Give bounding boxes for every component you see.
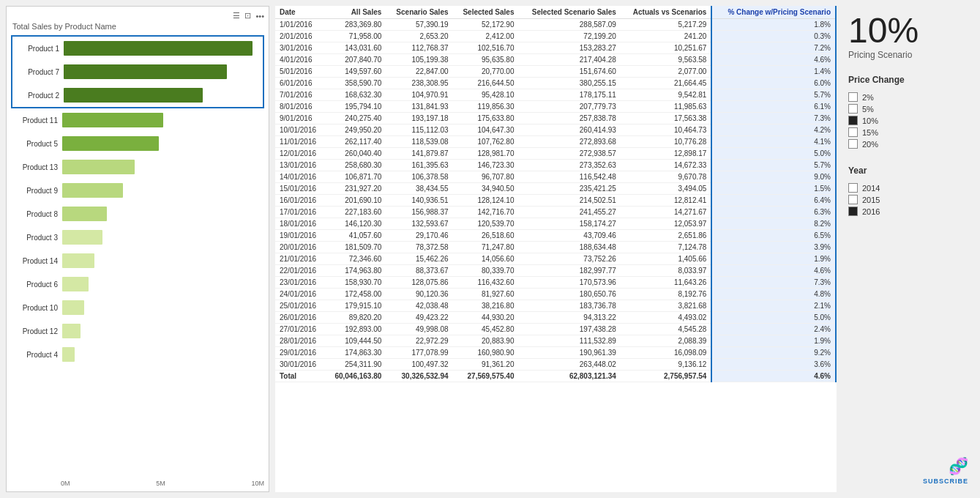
table-cell: 34,940.50 [453, 183, 519, 195]
table-cell: 94,313.22 [518, 312, 620, 324]
bar [62, 230, 102, 245]
table-cell: 8.2% [711, 218, 836, 230]
expand-icon[interactable]: ⊡ [244, 11, 251, 21]
table-cell: 4,545.28 [621, 324, 712, 335]
price-change-section: Price Change 2%5%10%15%20% [848, 75, 968, 151]
table-cell: 27/01/2016 [275, 324, 325, 335]
checkbox-box[interactable] [848, 183, 858, 193]
bar [64, 41, 253, 56]
bar-container [62, 113, 264, 127]
table-cell: 128,124.10 [453, 195, 519, 207]
table-cell: 142,716.70 [453, 207, 519, 218]
table-cell: 241,455.27 [518, 207, 620, 218]
table-cell: 15/01/2016 [275, 183, 325, 195]
table-row: 17/01/2016227,183.60156,988.37142,716.70… [275, 207, 836, 218]
checkbox-box[interactable] [848, 92, 858, 102]
table-cell: 20,883.90 [453, 335, 519, 347]
table-cell: 2,651.86 [621, 230, 712, 242]
table-cell: 231,927.20 [325, 183, 386, 195]
table-cell: 7.3% [711, 277, 836, 289]
x-axis-0: 0M [61, 480, 70, 487]
price-change-option[interactable]: 15% [848, 127, 968, 137]
table-cell: 182,997.77 [518, 265, 620, 277]
price-change-option[interactable]: 10% [848, 116, 968, 125]
year-option[interactable]: 2014 [848, 183, 968, 193]
table-row: 30/01/2016254,311.90100,497.3291,361.202… [275, 359, 836, 371]
table-cell: 5.7% [711, 89, 836, 101]
subscribe-text[interactable]: SUBSCRIBE [923, 477, 968, 485]
table-cell: 257,838.78 [518, 113, 620, 124]
table-cell: 4.1% [711, 136, 836, 148]
checkbox-box[interactable] [848, 139, 858, 149]
checkbox-label: 20% [862, 140, 878, 149]
table-cell: 14,672.33 [621, 160, 712, 171]
data-table-panel[interactable]: DateAll SalesScenario SalesSelected Sale… [275, 6, 837, 492]
table-cell: 146,723.30 [453, 160, 519, 171]
table-cell: 116,432.60 [453, 277, 519, 289]
table-cell: 4.2% [711, 124, 836, 136]
price-change-option[interactable]: 5% [848, 104, 968, 114]
table-cell: 10,251.67 [621, 42, 712, 54]
table-cell: 9.2% [711, 347, 836, 359]
year-section: Year 201420152016 [848, 166, 968, 218]
table-cell: 273,352.63 [518, 160, 620, 171]
bar-row: Product 1 [12, 37, 263, 60]
menu-icon[interactable]: ☰ [233, 11, 240, 21]
table-cell: 20,770.00 [453, 66, 519, 78]
table-header: Selected Sales [453, 6, 519, 19]
price-change-option[interactable]: 2% [848, 92, 968, 102]
year-option[interactable]: 2015 [848, 195, 968, 204]
table-cell: 109,444.50 [325, 335, 386, 347]
year-option[interactable]: 2016 [848, 207, 968, 216]
table-cell: 260,414.93 [518, 124, 620, 136]
table-cell: 52,172.90 [453, 19, 519, 31]
more-icon[interactable]: ••• [255, 12, 264, 21]
table-header: Scenario Sales [386, 6, 452, 19]
table-cell: 160,980.90 [453, 347, 519, 359]
table-cell: 45,452.80 [453, 324, 519, 335]
table-row: 19/01/201641,057.6029,170.4626,518.6043,… [275, 230, 836, 242]
table-row: 3/01/2016143,031.60112,768.37102,516.701… [275, 42, 836, 54]
bar-label: Product 11 [11, 116, 62, 124]
table-cell: 197,438.28 [518, 324, 620, 335]
table-cell: 260,040.40 [325, 148, 386, 160]
table-cell: 71,958.00 [325, 31, 386, 42]
table-cell: 170,573.96 [518, 277, 620, 289]
total-cell: 2,756,957.54 [621, 371, 712, 382]
table-cell: 96,707.80 [453, 171, 519, 183]
table-cell: 188,634.48 [518, 242, 620, 253]
table-cell: 95,428.10 [453, 89, 519, 101]
table-cell: 8,033.97 [621, 265, 712, 277]
bar-label: Product 7 [12, 68, 64, 76]
checkbox-box[interactable] [848, 207, 858, 216]
checkbox-box[interactable] [848, 104, 858, 114]
table-cell: 380,255.15 [518, 78, 620, 89]
bar [64, 88, 203, 103]
table-cell: 112,768.37 [386, 42, 452, 54]
table-row: 15/01/2016231,927.2038,434.5534,940.5023… [275, 183, 836, 195]
bar-row: Product 2 [12, 83, 263, 107]
table-cell: 105,199.38 [386, 54, 452, 66]
price-change-options: 2%5%10%15%20% [848, 92, 968, 151]
checkbox-box[interactable] [848, 127, 858, 137]
checkbox-label: 2% [862, 93, 874, 102]
checkbox-box[interactable] [848, 116, 858, 125]
table-cell: 151,674.60 [518, 66, 620, 78]
table-row: 10/01/2016249,950.20115,112.03104,647.30… [275, 124, 836, 136]
year-options: 201420152016 [848, 183, 968, 218]
bar-row: Product 6 [11, 272, 264, 296]
price-change-option[interactable]: 20% [848, 139, 968, 149]
bar-label: Product 5 [11, 140, 62, 148]
table-row: 24/01/2016172,458.0090,120.3681,927.6018… [275, 289, 836, 300]
table-row: 9/01/2016240,275.40193,197.18175,633.802… [275, 113, 836, 124]
table-cell: 14,271.67 [621, 207, 712, 218]
table-cell: 178,175.11 [518, 89, 620, 101]
table-row: 20/01/2016181,509.7078,372.5871,247.8018… [275, 242, 836, 253]
table-cell: 235,421.25 [518, 183, 620, 195]
table-cell: 3.9% [711, 242, 836, 253]
checkbox-box[interactable] [848, 195, 858, 204]
table-cell: 12,053.97 [621, 218, 712, 230]
table-cell: 1.4% [711, 66, 836, 78]
bar [62, 300, 84, 315]
table-cell: 6/01/2016 [275, 78, 325, 89]
